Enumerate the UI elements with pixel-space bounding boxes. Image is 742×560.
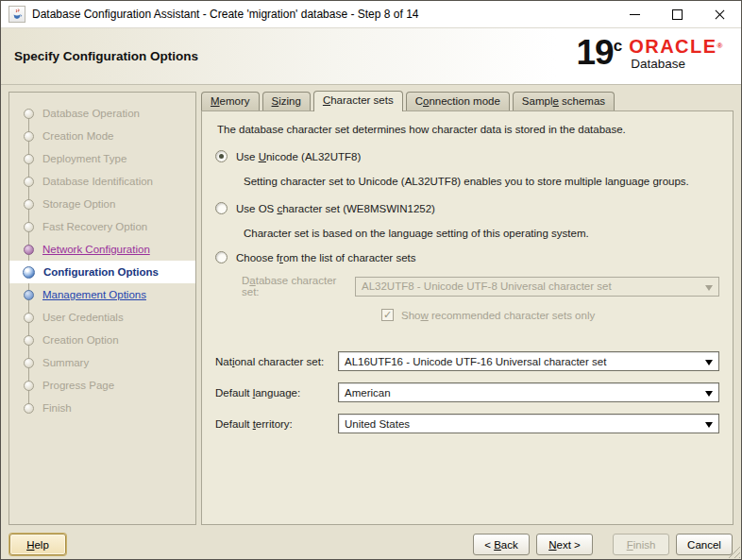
logo-product: Database	[629, 57, 724, 71]
national-charset-value: AL16UTF16 - Unicode UTF-16 Universal cha…	[345, 356, 606, 367]
config-tabs: Memory Sizing Character sets Connection …	[201, 91, 615, 110]
show-recommended-label: Show recommended character sets only	[401, 310, 595, 321]
tab-sizing[interactable]: Sizing	[262, 92, 311, 110]
step-bullet-icon	[24, 290, 34, 300]
wizard-button-bar: Help < Back Next > Finish Cancel	[1, 530, 741, 559]
step-deployment-type: Deployment Type	[9, 147, 195, 170]
default-language-value: American	[345, 387, 391, 399]
national-charset-label: National character set:	[215, 356, 338, 367]
steps-sidebar: Database Operation Creation Mode Deploym…	[8, 92, 196, 525]
step-database-identification: Database Identification	[9, 170, 195, 193]
step-bullet-icon	[24, 199, 34, 210]
radio-row-choose-list[interactable]: Choose from the list of character sets	[215, 251, 719, 263]
tab-sample-schemas[interactable]: Sample schemas	[513, 92, 615, 110]
use-os-charset-radio[interactable]	[215, 202, 228, 214]
window-controls	[614, 1, 741, 27]
dbca-window: Database Configuration Assistant - Creat…	[0, 0, 742, 560]
wizard-header: Specify Configuration Options 19c ORACLE…	[1, 28, 741, 85]
choose-list-subsection: Database character set: AL32UTF8 - Unico…	[242, 275, 719, 321]
database-charset-value: AL32UTF8 - Unicode UTF-8 Universal chara…	[362, 280, 612, 292]
java-app-icon	[8, 6, 25, 23]
window-title: Database Configuration Assistant - Creat…	[32, 8, 418, 21]
step-bullet-icon	[24, 403, 34, 414]
choose-from-list-radio[interactable]	[215, 251, 228, 263]
step-bullet-icon	[24, 245, 34, 255]
step-network-configuration[interactable]: Network Configuration	[9, 238, 195, 261]
default-language-label: Default language:	[215, 387, 338, 399]
tab-connection-mode[interactable]: Connection mode	[406, 92, 510, 110]
use-os-charset-label[interactable]: Use OS character set (WE8MSWIN1252)	[236, 203, 435, 214]
tab-memory[interactable]: Memory	[201, 92, 260, 110]
step-database-operation: Database Operation	[9, 102, 195, 125]
default-language-row: Default language: American	[215, 382, 719, 402]
cancel-button[interactable]: Cancel	[676, 534, 733, 555]
database-charset-label: Database character set:	[242, 275, 355, 297]
close-icon[interactable]	[699, 1, 741, 27]
finish-button: Finish	[613, 534, 669, 555]
step-bullet-icon	[24, 313, 34, 323]
maximize-icon[interactable]	[656, 1, 699, 27]
show-recommended-checkbox: ✓	[381, 309, 394, 321]
default-territory-label: Default territory:	[215, 418, 338, 430]
radio-row-os-charset[interactable]: Use OS character set (WE8MSWIN1252)	[215, 202, 719, 214]
national-charset-dropdown[interactable]: AL16UTF16 - Unicode UTF-16 Universal cha…	[338, 351, 719, 371]
default-territory-row: Default territory: United States	[215, 414, 719, 433]
step-user-credentials: User Credentials	[9, 306, 195, 329]
default-territory-value: United States	[345, 418, 410, 430]
wizard-body: Database Operation Creation Mode Deploym…	[1, 86, 741, 530]
oracle-wordmark: ORACLE®	[629, 37, 724, 56]
step-storage-option: Storage Option	[9, 193, 195, 215]
step-creation-option: Creation Option	[9, 329, 195, 351]
use-unicode-description: Setting character set to Unicode (AL32UT…	[244, 176, 719, 187]
page-title: Specify Configuration Options	[14, 49, 198, 63]
next-button[interactable]: Next >	[536, 534, 593, 555]
step-bullet-icon	[24, 335, 34, 346]
step-creation-mode: Creation Mode	[9, 125, 195, 147]
character-sets-panel: The database character set determines ho…	[201, 110, 734, 525]
logo-version: 19c	[577, 34, 623, 78]
default-language-dropdown[interactable]: American	[338, 382, 719, 402]
back-button[interactable]: < Back	[473, 534, 530, 555]
database-charset-row: Database character set: AL32UTF8 - Unico…	[242, 275, 719, 297]
step-bullet-icon	[24, 358, 34, 368]
use-unicode-label[interactable]: Use Unicode (AL32UTF8)	[236, 151, 361, 162]
minimize-icon[interactable]	[614, 1, 656, 27]
nav-buttons: < Back Next > Finish Cancel	[473, 534, 733, 555]
step-bullet-icon	[23, 266, 35, 279]
charset-intro-text: The database character set determines ho…	[217, 124, 719, 135]
help-button[interactable]: Help	[9, 534, 66, 555]
step-bullet-icon	[24, 222, 34, 232]
step-progress-page: Progress Page	[9, 374, 195, 397]
step-summary: Summary	[9, 351, 195, 374]
step-bullet-icon	[24, 131, 34, 142]
show-recommended-row: ✓ Show recommended character sets only	[381, 309, 719, 321]
os-charset-description: Character set is based on the language s…	[244, 228, 719, 239]
radio-row-use-unicode[interactable]: Use Unicode (AL32UTF8)	[215, 150, 719, 162]
database-charset-dropdown: AL32UTF8 - Unicode UTF-8 Universal chara…	[355, 277, 719, 297]
step-bullet-icon	[24, 154, 34, 164]
step-finish: Finish	[9, 397, 195, 419]
tab-character-sets[interactable]: Character sets	[313, 91, 403, 111]
step-bullet-icon	[24, 381, 34, 391]
use-unicode-radio[interactable]	[215, 150, 228, 162]
step-configuration-options: Configuration Options	[9, 261, 195, 283]
default-territory-dropdown[interactable]: United States	[338, 414, 719, 433]
titlebar[interactable]: Database Configuration Assistant - Creat…	[1, 1, 741, 28]
oracle-19c-logo: 19c ORACLE® Database	[575, 32, 730, 80]
step-fast-recovery-option: Fast Recovery Option	[9, 215, 195, 238]
national-charset-row: National character set: AL16UTF16 - Unic…	[215, 351, 719, 371]
step-bullet-icon	[24, 177, 34, 187]
step-bullet-icon	[24, 109, 34, 119]
step-management-options[interactable]: Management Options	[9, 283, 195, 306]
steps-list: Database Operation Creation Mode Deploym…	[9, 93, 195, 419]
choose-from-list-label[interactable]: Choose from the list of character sets	[236, 252, 416, 263]
registered-mark: ®	[717, 42, 724, 50]
